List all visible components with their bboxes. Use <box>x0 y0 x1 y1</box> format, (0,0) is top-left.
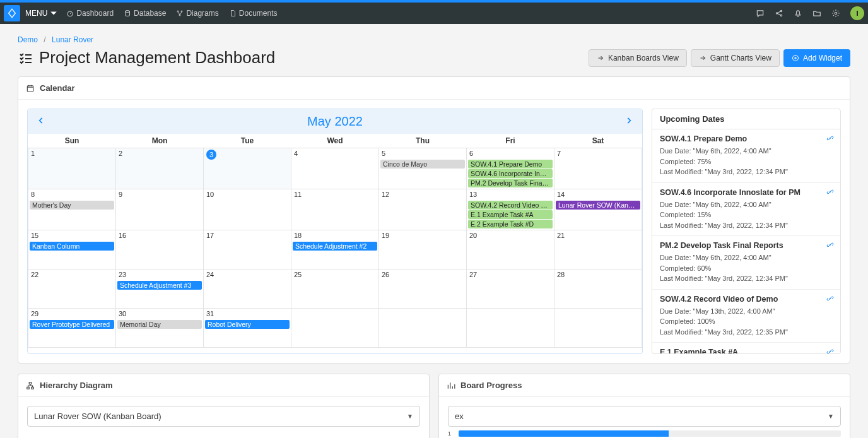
calendar-cell[interactable]: 17 <box>204 230 291 269</box>
calendar-cell[interactable]: 15Kanban Column <box>28 230 116 269</box>
calendar-event[interactable]: E.2 Example Task #D <box>468 220 553 228</box>
svg-rect-10 <box>32 387 34 389</box>
calendar-event[interactable]: Lunar Rover SOW (Kanban Boa... <box>556 201 640 210</box>
calendar-cell[interactable]: 7 <box>554 148 642 189</box>
nav-database[interactable]: Database <box>124 9 166 18</box>
calendar-event[interactable]: Rover Prototype Delivered <box>30 320 114 329</box>
calendar-event[interactable]: Kanban Column <box>30 242 114 251</box>
breadcrumb-project[interactable]: Lunar Rover <box>52 35 93 44</box>
calendar-event[interactable]: Cinco de Mayo <box>380 160 465 169</box>
upcoming-item[interactable]: SOW.4.2 Record Video of DemoDue Date: "M… <box>652 290 840 343</box>
calendar-cell[interactable]: 2 <box>116 148 204 189</box>
day-number: 28 <box>557 271 565 278</box>
calendar-cell[interactable]: 9 <box>116 189 204 230</box>
avatar[interactable]: I <box>850 6 864 20</box>
link-icon[interactable] <box>826 188 834 198</box>
calendar-cell[interactable]: 28 <box>554 269 642 309</box>
day-number: 6 <box>469 150 473 157</box>
day-number: 31 <box>206 310 214 317</box>
calendar-cell[interactable]: 11 <box>291 189 379 230</box>
next-month-button[interactable] <box>625 116 633 127</box>
day-number: 29 <box>31 310 38 317</box>
day-number: 12 <box>382 191 389 198</box>
nav-diagrams[interactable]: Diagrams <box>176 9 218 18</box>
hierarchy-icon <box>26 381 35 390</box>
kanban-view-button[interactable]: Kanban Boards View <box>589 49 687 67</box>
day-number: 3 <box>206 150 216 160</box>
calendar-cell[interactable]: 6SOW.4.1 Prepare DemoSOW.4.6 Incorporate… <box>467 148 554 189</box>
gantt-view-button[interactable]: Gantt Charts View <box>691 49 780 67</box>
chat-icon[interactable] <box>756 9 765 18</box>
calendar-event[interactable]: E.1 Example Task #A <box>468 210 553 219</box>
calendar-cell[interactable]: 19 <box>379 230 467 269</box>
breadcrumb-root[interactable]: Demo <box>18 35 38 44</box>
hierarchy-select[interactable]: Lunar Rover SOW (Kanban Board) ▼ <box>27 406 420 427</box>
calendar-cell[interactable]: 26 <box>379 269 467 309</box>
calendar-cell[interactable]: 12 <box>379 189 467 230</box>
calendar-cell[interactable]: 10 <box>204 189 291 230</box>
calendar-cell[interactable]: 22 <box>28 269 116 309</box>
link-icon[interactable] <box>826 134 834 144</box>
calendar-cell[interactable] <box>291 309 379 348</box>
nav-dashboard[interactable]: Dashboard <box>66 9 114 18</box>
board-progress-select[interactable]: ex ▼ <box>448 406 841 427</box>
calendar-event[interactable]: PM.2 Develop Task Final Repor... <box>468 179 553 187</box>
calendar-cell[interactable]: 27 <box>467 269 554 309</box>
calendar-cell[interactable]: 21 <box>554 230 642 269</box>
calendar-cell[interactable]: 8Mother's Day <box>28 189 116 230</box>
plus-circle-icon <box>792 54 799 62</box>
folder-icon[interactable] <box>812 9 821 18</box>
calendar-event[interactable]: Robot Delivery <box>205 320 290 329</box>
calendar-cell[interactable]: 23Schedule Adjustment #3 <box>116 269 204 309</box>
link-icon[interactable] <box>826 348 834 353</box>
calendar-event[interactable]: SOW.4.6 Incorporate Innoslate... <box>468 169 553 178</box>
calendar-cell[interactable]: 30Memorial Day <box>116 309 204 348</box>
upcoming-item[interactable]: SOW.4.6 Incorporate Innoslate for PMDue … <box>652 183 840 237</box>
calendar-cell[interactable]: 25 <box>291 269 379 309</box>
svg-rect-7 <box>27 85 33 91</box>
calendar-cell[interactable] <box>467 309 554 348</box>
arrow-right-icon <box>699 54 707 62</box>
bell-icon[interactable] <box>794 9 802 18</box>
calendar-cell[interactable]: 1 <box>28 148 116 189</box>
calendar-cell[interactable]: 18Schedule Adjustment #2 <box>291 230 379 269</box>
calendar-cell[interactable]: 31Robot Delivery <box>204 309 291 348</box>
upcoming-item-title: SOW.4.6 Incorporate Innoslate for PM <box>660 188 833 197</box>
nav-documents[interactable]: Documents <box>229 9 278 18</box>
upcoming-item[interactable]: SOW.4.1 Prepare DemoDue Date: "May 6th, … <box>652 129 840 183</box>
add-widget-button[interactable]: Add Widget <box>783 49 850 67</box>
gear-icon[interactable] <box>831 9 840 18</box>
calendar-event[interactable]: Schedule Adjustment #3 <box>117 281 202 290</box>
link-icon[interactable] <box>826 241 834 251</box>
link-icon[interactable] <box>826 295 834 304</box>
logo[interactable] <box>4 5 20 21</box>
day-number: 19 <box>382 232 389 239</box>
calendar-cell[interactable]: 24 <box>204 269 291 309</box>
day-number: 21 <box>557 232 565 239</box>
menu-button[interactable]: MENU <box>25 9 57 18</box>
upcoming-item[interactable]: E.1 Example Task #ADue Date: "May 13th, … <box>652 343 840 353</box>
share-icon[interactable] <box>775 9 783 18</box>
svg-rect-9 <box>27 387 30 389</box>
calendar-event[interactable]: SOW.4.2 Record Video of Demo <box>468 201 553 210</box>
upcoming-item[interactable]: PM.2 Develop Task Final ReportsDue Date:… <box>652 236 840 290</box>
upcoming-panel: Upcoming Dates SOW.4.1 Prepare DemoDue D… <box>652 109 841 354</box>
calendar-cell[interactable] <box>379 309 467 348</box>
calendar-cell[interactable]: 29Rover Prototype Delivered <box>28 309 116 348</box>
calendar-cell[interactable]: 14Lunar Rover SOW (Kanban Boa... <box>554 189 642 230</box>
calendar-cell[interactable] <box>554 309 642 348</box>
day-header: Thu <box>379 134 467 148</box>
calendar-cell[interactable]: 4 <box>291 148 379 189</box>
prev-month-button[interactable] <box>37 116 45 127</box>
calendar-event[interactable]: Schedule Adjustment #2 <box>293 242 377 251</box>
calendar-cell[interactable]: 20 <box>467 230 554 269</box>
calendar-event[interactable]: SOW.4.1 Prepare Demo <box>468 160 553 169</box>
calendar-cell[interactable]: 16 <box>116 230 204 269</box>
day-number: 30 <box>119 310 126 317</box>
calendar-cell[interactable]: 5Cinco de Mayo <box>379 148 467 189</box>
calendar-event[interactable]: Memorial Day <box>117 320 202 329</box>
calendar-cell[interactable]: 13SOW.4.2 Record Video of DemoE.1 Exampl… <box>467 189 554 230</box>
calendar-event[interactable]: Mother's Day <box>30 201 114 210</box>
bar-chart-icon <box>447 381 455 390</box>
calendar-cell[interactable]: 3 <box>204 148 291 189</box>
